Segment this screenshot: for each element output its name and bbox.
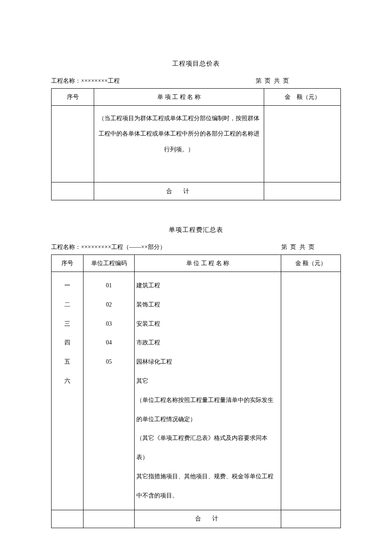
t2-header-name: 单 位 工 程 名 称 <box>135 255 281 272</box>
table2-sum-row: 合 计 <box>52 510 341 528</box>
project-name-2: 工程名称：×××××××××工程（——××部分） <box>51 243 281 251</box>
t2-sum-empty1 <box>52 510 84 528</box>
t1-sum-empty <box>52 182 94 200</box>
table1-body-row: （当工程项目为群体工程或单体工程分部位编制时，按照群体工程中的各单体工程或单体工… <box>52 106 341 182</box>
t2-header-amount: 金 额（元） <box>281 255 341 272</box>
t2-sum-empty2 <box>84 510 135 528</box>
t1-header-name: 单 项 工 程 名 称 <box>94 89 264 106</box>
t1-amount-cell <box>264 106 341 182</box>
t2-sum-label: 合 计 <box>135 510 281 528</box>
t2-amount-column <box>281 272 341 510</box>
page-info-2: 第 页 共 页 <box>281 243 341 251</box>
t2-index-column: 一二三四五六 <box>52 272 84 510</box>
table1-header-row: 序号 单 项 工 程 名 称 金 额（元） <box>52 89 341 106</box>
t2-header-index: 序号 <box>52 255 84 272</box>
t1-sum-amount <box>264 182 341 200</box>
table2-body-row: 一二三四五六 0102030405 建筑工程 装饰工程 安装工程 市政工程 园林… <box>52 272 341 510</box>
table1-title: 工程项目总价表 <box>51 60 341 68</box>
t1-header-index: 序号 <box>52 89 94 106</box>
t2-sum-amount <box>281 510 341 528</box>
project-name-1: 工程名称：××××××××工程 <box>51 77 256 85</box>
t1-note-cell: （当工程项目为群体工程或单体工程分部位编制时，按照群体工程中的各单体工程或单体工… <box>94 106 264 182</box>
t2-names-column: 建筑工程 装饰工程 安装工程 市政工程 园林绿化工程 其它 （单位工程名称按照工… <box>135 272 281 510</box>
t2-code-column: 0102030405 <box>84 272 135 510</box>
table2-title: 单项工程费汇总表 <box>51 226 341 234</box>
unit-project-summary-table: 序号 单位工程编码 单 位 工 程 名 称 金 额（元） 一二三四五六 0102… <box>51 254 341 528</box>
table2-meta: 工程名称：×××××××××工程（——××部分） 第 页 共 页 <box>51 243 341 251</box>
table1-sum-row: 合 计 <box>52 182 341 200</box>
table2-header-row: 序号 单位工程编码 单 位 工 程 名 称 金 额（元） <box>52 255 341 272</box>
t1-index-cell <box>52 106 94 182</box>
t1-header-amount: 金 额（元） <box>264 89 341 106</box>
project-total-table: 序号 单 项 工 程 名 称 金 额（元） （当工程项目为群体工程或单体工程分部… <box>51 88 341 200</box>
t2-header-code: 单位工程编码 <box>84 255 135 272</box>
t1-sum-label: 合 计 <box>94 182 264 200</box>
table1-meta: 工程名称：××××××××工程 第 页 共 页 <box>51 77 341 85</box>
page-info-1: 第 页 共 页 <box>256 77 341 85</box>
